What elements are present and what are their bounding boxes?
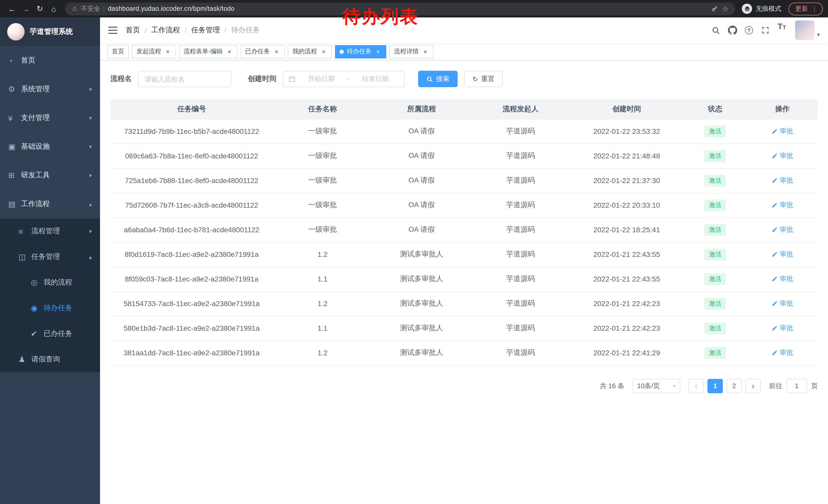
approve-button[interactable]: 审批 [772, 127, 793, 136]
help-icon[interactable]: ? [741, 22, 757, 39]
task-id-cell: 8f0d1619-7ac8-11ec-a9e2-a2380e71991a [110, 242, 273, 267]
sidebar-item-infrastructure[interactable]: ▣ 基础设施 ▾ [0, 132, 100, 161]
address-bar[interactable]: ⚠ 不安全 dashboard.yudao.iocoder.cn/bpm/tas… [65, 2, 735, 15]
goto-page-input[interactable] [786, 379, 807, 393]
tab-start-process[interactable]: 发起流程 × [132, 45, 176, 58]
approve-button[interactable]: 审批 [772, 274, 793, 283]
sidebar-item-home[interactable]: ◔ 首页 [0, 46, 100, 75]
user-avatar[interactable] [795, 20, 815, 40]
approve-button[interactable]: 审批 [772, 299, 793, 308]
font-size-icon[interactable]: TT [774, 22, 790, 39]
table-row[interactable]: a6aba0a4-7b6d-11ec-b781-acde48001122 一级审… [110, 217, 818, 242]
table-row[interactable]: 73211d9d-7b9b-11ec-b5b7-acde48001122 一级审… [110, 119, 818, 144]
browser-back-icon[interactable]: ← [5, 2, 19, 16]
app-logo[interactable]: 芋道管理系统 [0, 17, 100, 46]
sidebar-item-my-process[interactable]: ◎ 我的流程 [0, 270, 100, 295]
close-tab-icon[interactable]: × [164, 48, 171, 55]
edit-icon [772, 251, 778, 258]
sidebar-item-payment-management[interactable]: ¥ 支付管理 ▾ [0, 103, 100, 132]
table-row[interactable]: 725a1eb6-7b88-11ec-8ef0-acde48001122 一级审… [110, 168, 818, 193]
process-cell: 测试多审批人 [372, 316, 471, 340]
browser-menu-dots-icon[interactable]: ⋮ [811, 5, 818, 12]
task-name-cell: 1.2 [273, 291, 372, 316]
browser-home-icon[interactable]: ⌂ [47, 2, 60, 16]
page-2-button[interactable]: 2 [727, 379, 742, 393]
sidebar-item-task-management[interactable]: ◫ 任务管理 ▴ [0, 244, 100, 270]
browser-reload-icon[interactable]: ↻ [33, 2, 47, 16]
table-row[interactable]: 75d72608-7b7f-11ec-a3c8-acde48001122 一级审… [110, 193, 818, 217]
approve-button[interactable]: 审批 [772, 200, 793, 210]
edit-icon [772, 276, 778, 282]
tab-my-process[interactable]: 我的流程 × [288, 45, 332, 58]
approve-link-label: 审批 [780, 127, 793, 136]
key-icon[interactable] [711, 5, 718, 12]
sidebar-item-system-management[interactable]: ⚙ 系统管理 ▾ [0, 75, 100, 103]
table-row[interactable]: 580e1b3d-7ac8-11ec-a9e2-a2380e71991a 1.1… [110, 316, 818, 340]
tab-process-detail[interactable]: 流程详情 × [389, 45, 433, 58]
approve-button[interactable]: 审批 [772, 225, 793, 234]
create-time-cell: 2022-01-21 22:42:23 [570, 291, 683, 316]
initiator-cell: 芋道源码 [471, 291, 570, 316]
process-cell: 测试多审批人 [372, 267, 471, 291]
approve-link-label: 审批 [780, 274, 793, 283]
sidebar-collapse-icon[interactable] [108, 27, 118, 34]
tab-process-form-edit[interactable]: 流程表单-编辑 × [179, 45, 238, 58]
approve-link-label: 审批 [780, 324, 793, 333]
github-icon[interactable] [724, 22, 741, 39]
breadcrumb-task-management[interactable]: 任务管理 [191, 26, 220, 35]
approve-button[interactable]: 审批 [772, 324, 793, 333]
date-range-separator: - [347, 75, 349, 83]
initiator-cell: 芋道源码 [471, 193, 570, 217]
table-row[interactable]: 8f059c03-7ac8-11ec-a9e2-a2380e71991a 1.1… [110, 267, 818, 291]
reset-button[interactable]: ↻ 重置 [464, 71, 503, 87]
tab-todo-tasks[interactable]: 待办任务 × [335, 45, 386, 58]
browser-forward-icon[interactable]: → [19, 2, 33, 16]
prev-page-button[interactable]: ‹ [689, 379, 704, 393]
approve-button[interactable]: 审批 [772, 348, 793, 357]
bookmark-star-icon[interactable]: ☆ [722, 5, 729, 13]
status-badge: 激活 [704, 248, 726, 260]
close-tab-icon[interactable]: × [273, 48, 280, 55]
close-tab-icon[interactable]: × [226, 48, 233, 55]
table-row[interactable]: 069c6a63-7b8a-11ec-8ef0-acde48001122 一级审… [110, 144, 818, 168]
process-name-input[interactable] [138, 71, 232, 87]
date-range-picker[interactable]: 开始日期 - 结束日期 [283, 71, 405, 87]
sidebar-item-process-management[interactable]: ≡ 流程管理 ▾ [0, 218, 100, 244]
table-row[interactable]: 8f0d1619-7ac8-11ec-a9e2-a2380e71991a 1.2… [110, 242, 818, 267]
sidebar-item-workflow[interactable]: ▤ 工作流程 ▴ [0, 190, 100, 218]
chevron-down-icon: ▾ [89, 228, 92, 235]
sidebar-item-todo-tasks[interactable]: ◉ 待办任务 [0, 295, 100, 321]
table-row[interactable]: 381aa1dd-7ac8-11ec-a9e2-a2380e71991a 1.2… [110, 340, 818, 365]
security-warning-icon[interactable]: ⚠ [72, 5, 78, 12]
next-page-button[interactable]: › [745, 379, 761, 393]
process-cell: OA 请假 [372, 119, 471, 144]
status-badge: 激活 [704, 347, 726, 359]
page-1-button[interactable]: 1 [707, 379, 723, 393]
initiator-cell: 芋道源码 [471, 217, 570, 242]
approve-button[interactable]: 审批 [772, 176, 793, 185]
page-size-select[interactable]: 10条/页 ▾ [632, 379, 680, 393]
breadcrumb-home[interactable]: 首页 [126, 26, 140, 35]
tab-home[interactable]: 首页 [107, 45, 129, 58]
header-task-id: 任务编号 [110, 99, 273, 119]
table-row[interactable]: 58154733-7ac8-11ec-a9e2-a2380e71991a 1.2… [110, 291, 818, 316]
browser-toolbar: ← → ↻ ⌂ ⚠ 不安全 dashboard.yudao.iocoder.cn… [0, 0, 828, 17]
process-cell: OA 请假 [372, 168, 471, 193]
search-icon[interactable] [708, 22, 724, 39]
search-button[interactable]: 搜索 [418, 71, 458, 87]
process-cell: OA 请假 [372, 217, 471, 242]
chevron-down-icon: ▾ [89, 143, 92, 150]
breadcrumb-workflow[interactable]: 工作流程 [151, 26, 180, 35]
close-tab-icon[interactable]: × [422, 48, 429, 55]
tab-done-tasks[interactable]: 已办任务 × [241, 45, 285, 58]
sidebar-item-done-tasks[interactable]: ✔ 已办任务 [0, 321, 100, 347]
close-tab-icon[interactable]: × [320, 48, 327, 55]
approve-button[interactable]: 审批 [772, 250, 793, 259]
fullscreen-icon[interactable] [757, 22, 774, 39]
browser-update-button[interactable]: 更新 ⋮ [788, 2, 823, 15]
approve-button[interactable]: 审批 [772, 151, 793, 161]
sidebar-item-leave-query[interactable]: ♟ 请假查询 [0, 347, 100, 372]
sidebar-item-dev-tools[interactable]: ⊞ 研发工具 ▾ [0, 161, 100, 190]
total-count-label: 共 16 条 [600, 381, 624, 391]
close-tab-icon[interactable]: × [374, 48, 382, 55]
